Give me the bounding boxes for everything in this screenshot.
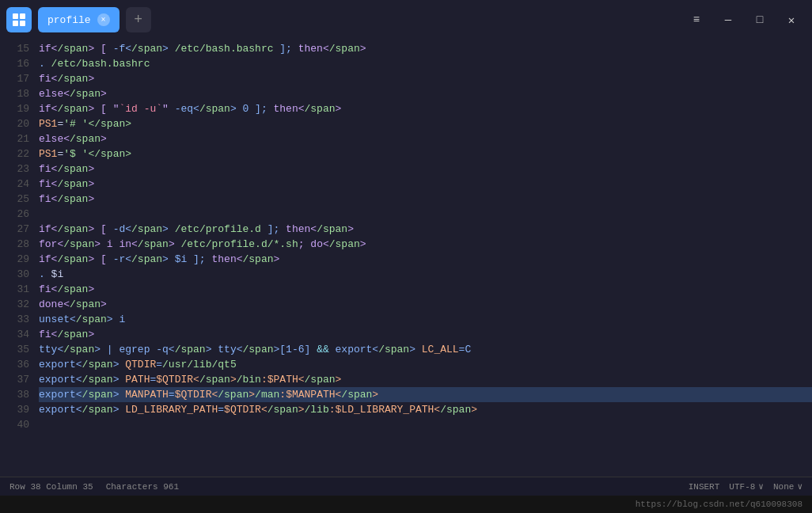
maximize-button[interactable]: □ [746,7,774,32]
cursor-position: Row 38 Column 35 [9,482,93,492]
code-line[interactable]: . $i [39,267,812,282]
code-line[interactable]: . /etc/bash.bashrc [39,56,812,71]
code-line[interactable]: unset</span> i [39,312,812,327]
code-line[interactable]: export</span> MANPATH=$QTDIR</span>/man:… [39,387,812,402]
code-line[interactable]: fi</span> [39,192,812,207]
svg-rect-3 [20,21,25,26]
window-controls: ≡ — □ ✕ [682,7,806,32]
tab-label: profile [47,14,91,26]
menu-button[interactable]: ≡ [682,7,711,32]
code-line[interactable]: fi</span> [39,177,812,192]
line-number: 40 [0,417,29,432]
line-number: 29 [0,252,29,267]
line-number: 26 [0,207,29,222]
code-line[interactable]: PS1='# '</span> [39,116,812,131]
line-number: 18 [0,86,29,101]
code-line[interactable]: else</span> [39,131,812,146]
char-count: Characters 961 [106,482,179,492]
line-number: 34 [0,327,29,342]
code-line[interactable]: fi</span> [39,327,812,342]
code-line[interactable]: export</span> LD_LIBRARY_PATH=$QTDIR</sp… [39,402,812,417]
code-line[interactable]: export</span> PATH=$QTDIR</span>/bin:$PA… [39,372,812,387]
svg-rect-0 [13,13,18,19]
line-number: 25 [0,192,29,207]
close-button[interactable]: ✕ [777,7,806,32]
code-line[interactable]: fi</span> [39,282,812,297]
line-number: 23 [0,162,29,177]
line-number: 28 [0,237,29,252]
code-line[interactable] [39,417,812,432]
code-lines[interactable]: if</span> [ -f</span> /etc/bash.bashrc ]… [36,40,812,477]
line-number: 19 [0,101,29,116]
line-number: 36 [0,357,29,372]
title-bar: profile × + ≡ — □ ✕ [0,0,812,40]
code-line[interactable]: fi</span> [39,162,812,177]
line-number: 31 [0,282,29,297]
line-numbers: 1516171819202122232425262728293031323334… [0,40,36,477]
code-line[interactable]: if</span> [ "`id -u`" -eq</span> 0 ]; th… [39,101,812,116]
line-number: 35 [0,342,29,357]
code-line[interactable] [39,207,812,222]
svg-rect-2 [13,21,18,26]
encoding[interactable]: UTF-8 ∨ [729,481,764,492]
tab-close-button[interactable]: × [97,13,110,26]
minimize-button[interactable]: — [714,7,742,32]
code-line[interactable]: export</span> QTDIR=/usr/lib/qt5 [39,357,812,372]
code-line[interactable]: PS1='$ '</span> [39,146,812,162]
url-display: https://blog.csdn.net/q610098308 [636,500,803,509]
code-line[interactable]: else</span> [39,86,812,101]
line-number: 20 [0,116,29,131]
code-line[interactable]: for</span> i in</span> /etc/profile.d/*.… [39,237,812,252]
line-number: 22 [0,146,29,162]
code-line[interactable]: if</span> [ -r</span> $i ]; then</span> [39,252,812,267]
line-number: 30 [0,267,29,282]
line-number: 17 [0,71,29,86]
code-line[interactable]: if</span> [ -d</span> /etc/profile.d ]; … [39,222,812,237]
status-bar: Row 38 Column 35 Characters 961 INSERT U… [0,477,812,496]
line-ending[interactable]: None ∨ [773,481,803,492]
line-number: 33 [0,312,29,327]
line-number: 38 [0,387,29,402]
code-area[interactable]: 1516171819202122232425262728293031323334… [0,40,812,477]
bottom-bar: https://blog.csdn.net/q610098308 [0,496,812,513]
line-number: 24 [0,177,29,192]
line-number: 15 [0,41,29,56]
editor-mode: INSERT [689,482,720,492]
line-number: 32 [0,297,29,312]
line-number: 39 [0,402,29,417]
line-number: 16 [0,56,29,71]
line-number: 37 [0,372,29,387]
editor: 1516171819202122232425262728293031323334… [0,40,812,477]
active-tab[interactable]: profile × [38,7,120,32]
code-line[interactable]: if</span> [ -f</span> /etc/bash.bashrc ]… [39,41,812,56]
line-number: 27 [0,222,29,237]
svg-rect-1 [20,13,25,19]
add-tab-button[interactable]: + [126,7,151,32]
code-line[interactable]: tty</span> | egrep -q</span> tty</span>[… [39,342,812,357]
app-logo [6,7,32,32]
code-line[interactable]: fi</span> [39,71,812,86]
code-line[interactable]: done</span> [39,297,812,312]
line-number: 21 [0,131,29,146]
status-bar-right: INSERT UTF-8 ∨ None ∨ [689,481,803,492]
